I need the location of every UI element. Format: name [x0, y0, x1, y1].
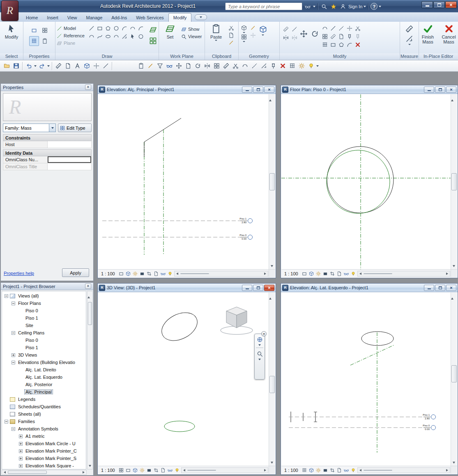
tree-item-alc-posterior[interactable]: Alç. Posterior — [2, 381, 86, 388]
navigation-bar-close-icon[interactable]: × — [261, 331, 267, 336]
favorites-star-icon[interactable] — [329, 2, 338, 10]
toolbar-options-caret-icon[interactable] — [316, 65, 319, 67]
scrollbar-thumb[interactable] — [269, 376, 275, 393]
minimize-button[interactable] — [242, 285, 252, 291]
vertical-scrollbar[interactable] — [451, 293, 457, 466]
panel-label-clipboard[interactable]: Clipboard — [205, 53, 238, 60]
scrollbar-thumb[interactable] — [364, 273, 392, 274]
tile-windows-icon[interactable] — [288, 62, 297, 71]
drawing-canvas[interactable] — [281, 94, 451, 270]
trim-extend-corner-icon[interactable] — [321, 25, 329, 32]
mirror-draw-axis-icon[interactable] — [290, 33, 299, 43]
cut-icon[interactable] — [227, 24, 235, 32]
scrollbar-thumb[interactable] — [88, 302, 92, 325]
drawing-canvas[interactable]: Piso 1 2.80 Piso 0 0.00 — [281, 293, 451, 466]
ribbon-display-toggle[interactable] — [195, 14, 207, 20]
expand-icon[interactable] — [19, 457, 23, 460]
section-header-constraints[interactable]: Constraints — [3, 134, 92, 141]
solid-forms-icon[interactable] — [258, 24, 268, 34]
property-value-field[interactable] — [48, 163, 91, 170]
subscription-center-icon[interactable] — [320, 2, 328, 10]
panel-label-select[interactable]: Select — [0, 53, 23, 60]
scale-indicator[interactable]: 1 : 100 — [98, 271, 118, 276]
wall-joins-icon[interactable] — [337, 41, 345, 48]
measure-along-element-icon[interactable] — [405, 34, 414, 43]
sun-path-icon[interactable] — [315, 467, 322, 474]
paste-caret-icon[interactable] — [215, 40, 217, 41]
measure-tool-icon[interactable] — [259, 62, 268, 71]
detail-level-icon[interactable] — [301, 270, 308, 277]
close-button[interactable]: × — [445, 1, 457, 8]
fillet-arc-tool-icon[interactable] — [88, 33, 96, 40]
paint-icon[interactable] — [249, 24, 257, 32]
scrollbar-thumb[interactable] — [8, 471, 47, 474]
delete-icon[interactable] — [354, 41, 361, 48]
redo-icon[interactable] — [37, 62, 46, 71]
tree-item-alc-lat-esquerdo[interactable]: Alç. Lat. Esquerdo — [2, 373, 86, 381]
point-element-tool-icon[interactable] — [137, 33, 145, 40]
close-icon[interactable]: × — [85, 284, 91, 289]
expand-icon[interactable] — [19, 449, 23, 453]
scale-indicator[interactable]: 1 : 100 — [281, 271, 301, 276]
align-tool-icon[interactable] — [221, 62, 230, 71]
temporary-hide-icon[interactable] — [343, 270, 350, 277]
pin-tool-icon[interactable] — [269, 62, 278, 71]
join-icon[interactable] — [321, 41, 329, 48]
tree-item-piso-0-ceiling[interactable]: Piso 0 — [2, 336, 86, 344]
cut-geometry-icon[interactable] — [240, 24, 248, 32]
scrollbar-thumb[interactable] — [364, 470, 392, 471]
sun-path-icon[interactable] — [315, 270, 322, 277]
redo-caret-icon[interactable] — [47, 65, 50, 67]
model-line-mode[interactable]: Model — [57, 25, 85, 32]
vertical-scrollbar[interactable] — [269, 293, 275, 466]
open-icon[interactable] — [2, 62, 11, 71]
model-surface-tool-icon[interactable] — [148, 25, 158, 34]
tree-item-site[interactable]: Site — [2, 322, 86, 329]
inscribed-polygon-tool-icon[interactable] — [104, 25, 112, 32]
partial-ellipse-tool-icon[interactable] — [113, 33, 120, 40]
copy-to-clipboard-icon[interactable] — [227, 32, 235, 39]
thin-lines-icon[interactable] — [101, 62, 110, 71]
tree-item-elevation-mark-circle[interactable]: Elevation Mark Circle - U — [2, 440, 86, 447]
collapse-icon[interactable] — [12, 427, 15, 431]
move-icon[interactable] — [299, 29, 308, 39]
close-button[interactable]: × — [446, 285, 456, 291]
type-properties-icon[interactable] — [40, 25, 50, 35]
show-work-plane-button[interactable]: Show — [181, 25, 202, 33]
search-options-caret-icon[interactable] — [313, 6, 315, 7]
tree-item-elevation-mark-pointer-c[interactable]: Elevation Mark Pointer_C — [2, 447, 86, 455]
aligned-dimension-icon[interactable] — [54, 62, 63, 71]
array-tool-icon[interactable] — [212, 62, 221, 71]
expand-icon[interactable] — [19, 435, 23, 438]
measure-between-references-icon[interactable] — [405, 24, 414, 34]
ellipse-tool-icon[interactable] — [104, 33, 112, 40]
work-plane-viewer-button[interactable]: Viewer — [181, 33, 202, 40]
plane-mode[interactable]: Plane — [57, 39, 85, 47]
copy-tool-icon[interactable] — [184, 62, 193, 71]
tree-item-piso-0[interactable]: Piso 0 — [2, 307, 86, 314]
close-button[interactable]: × — [264, 285, 274, 291]
close-button[interactable]: × — [264, 87, 274, 93]
split-tool-icon[interactable] — [231, 62, 240, 71]
panel-label-properties[interactable]: Properties — [23, 53, 55, 60]
collapse-chevron-icon[interactable] — [87, 153, 89, 153]
pin-icon[interactable] — [345, 33, 353, 40]
tree-item-schedules[interactable]: Schedules/Quantities — [2, 403, 86, 410]
detail-level-icon[interactable] — [118, 270, 125, 277]
detail-level-icon[interactable] — [125, 467, 132, 474]
reference-plane-tool-icon[interactable] — [148, 36, 158, 46]
level-line-piso1[interactable]: Piso 1 2.80 — [102, 217, 253, 224]
tree-item-legends[interactable]: Legends — [2, 396, 86, 403]
drawing-canvas[interactable]: Piso 1 2.80 Piso 0 0.00 — [98, 94, 269, 270]
crop-view-icon[interactable] — [329, 270, 336, 277]
panel-label-in-place-editor[interactable]: In-Place Editor — [419, 53, 458, 60]
crop-view-icon[interactable] — [153, 467, 160, 474]
minimize-button[interactable] — [424, 285, 434, 291]
minimize-button[interactable] — [421, 1, 433, 8]
tree-item-piso-1[interactable]: Piso 1 — [2, 314, 86, 322]
tree-item-views-all[interactable]: Views (all) — [2, 292, 86, 300]
view-titlebar[interactable]: R Elevation: Alç. Principal - Project1 × — [98, 85, 276, 94]
temporary-hide-icon[interactable] — [167, 467, 174, 474]
line-tool-icon[interactable] — [88, 25, 96, 32]
panel-label-modify[interactable]: Modify — [280, 53, 400, 60]
